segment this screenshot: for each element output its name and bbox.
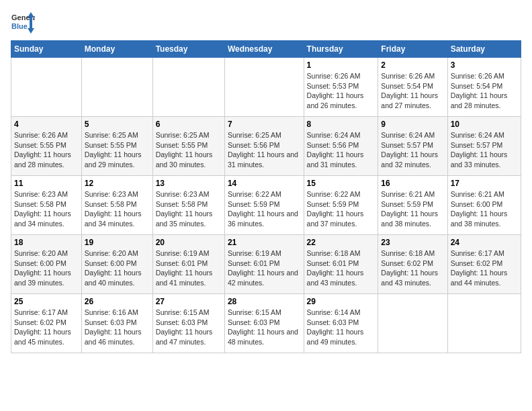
day-info: Daylight: 11 hours and 44 minutes. <box>451 268 518 287</box>
day-info: Sunrise: 6:15 AM <box>156 308 222 318</box>
day-number: 27 <box>156 297 222 306</box>
header-row: SundayMondayTuesdayWednesdayThursdayFrid… <box>11 41 521 58</box>
day-number: 6 <box>156 120 222 129</box>
week-row-2: 4Sunrise: 6:26 AMSunset: 5:55 PMDaylight… <box>11 117 521 176</box>
day-number: 26 <box>85 297 150 306</box>
day-info: Sunset: 5:53 PM <box>307 81 375 91</box>
day-info: Daylight: 11 hours and 42 minutes. <box>228 268 301 287</box>
header-wednesday: Wednesday <box>224 41 304 58</box>
day-info: Daylight: 11 hours and 28 minutes. <box>451 91 518 110</box>
day-info: Sunset: 5:59 PM <box>228 199 301 210</box>
calendar-cell: 11Sunrise: 6:23 AMSunset: 5:58 PMDayligh… <box>11 176 82 235</box>
day-number: 11 <box>14 179 79 188</box>
day-info: Sunset: 6:01 PM <box>156 259 222 269</box>
calendar-cell: 23Sunrise: 6:18 AMSunset: 6:02 PMDayligh… <box>378 235 447 294</box>
day-info: Daylight: 11 hours and 40 minutes. <box>85 268 150 287</box>
day-number: 14 <box>228 179 301 188</box>
calendar-cell: 14Sunrise: 6:22 AMSunset: 5:59 PMDayligh… <box>224 176 304 235</box>
day-info: Daylight: 11 hours and 38 minutes. <box>381 209 444 228</box>
day-info: Sunset: 5:58 PM <box>14 199 79 210</box>
day-info: Sunset: 5:55 PM <box>14 140 79 150</box>
day-info: Sunrise: 6:24 AM <box>381 130 444 140</box>
calendar-cell: 18Sunrise: 6:20 AMSunset: 6:00 PMDayligh… <box>11 235 82 294</box>
header-thursday: Thursday <box>304 41 378 58</box>
day-number: 15 <box>307 179 375 188</box>
day-info: Sunset: 6:00 PM <box>14 259 79 269</box>
logo: General Blue <box>11 11 35 35</box>
calendar-cell <box>378 294 447 353</box>
day-info: Daylight: 11 hours and 31 minutes. <box>307 150 375 169</box>
day-info: Daylight: 11 hours and 26 minutes. <box>307 91 375 110</box>
day-info: Daylight: 11 hours and 28 minutes. <box>14 150 79 169</box>
day-info: Sunrise: 6:20 AM <box>14 248 79 259</box>
calendar-cell: 24Sunrise: 6:17 AMSunset: 6:02 PMDayligh… <box>447 235 521 294</box>
day-info: Sunset: 6:00 PM <box>85 259 150 269</box>
day-info: Daylight: 11 hours and 29 minutes. <box>85 150 150 169</box>
day-number: 21 <box>228 238 301 247</box>
day-info: Sunset: 6:03 PM <box>307 318 375 328</box>
day-info: Sunrise: 6:23 AM <box>14 189 79 199</box>
calendar-cell: 15Sunrise: 6:22 AMSunset: 5:59 PMDayligh… <box>304 176 378 235</box>
day-info: Sunrise: 6:22 AM <box>307 189 375 199</box>
week-row-5: 25Sunrise: 6:17 AMSunset: 6:02 PMDayligh… <box>11 294 521 353</box>
day-info: Sunrise: 6:24 AM <box>451 130 518 140</box>
calendar-cell: 1Sunrise: 6:26 AMSunset: 5:53 PMDaylight… <box>304 58 378 117</box>
calendar-cell: 20Sunrise: 6:19 AMSunset: 6:01 PMDayligh… <box>152 235 224 294</box>
day-info: Sunset: 6:03 PM <box>156 318 222 328</box>
day-info: Sunset: 6:01 PM <box>228 259 301 269</box>
day-info: Sunset: 5:58 PM <box>85 199 150 210</box>
day-info: Daylight: 11 hours and 49 minutes. <box>307 327 375 347</box>
day-info: Sunset: 6:03 PM <box>228 318 301 328</box>
day-info: Sunset: 6:02 PM <box>381 259 444 269</box>
day-info: Daylight: 11 hours and 30 minutes. <box>156 150 222 169</box>
day-info: Daylight: 11 hours and 38 minutes. <box>451 209 518 228</box>
day-number: 28 <box>228 297 301 306</box>
week-row-4: 18Sunrise: 6:20 AMSunset: 6:00 PMDayligh… <box>11 235 521 294</box>
day-info: Sunrise: 6:26 AM <box>451 71 518 81</box>
day-info: Daylight: 11 hours and 35 minutes. <box>156 209 222 228</box>
day-info: Sunset: 5:57 PM <box>381 140 444 150</box>
day-number: 9 <box>381 120 444 129</box>
day-info: Daylight: 11 hours and 43 minutes. <box>307 268 375 287</box>
calendar-cell <box>447 294 521 353</box>
day-number: 24 <box>451 238 518 247</box>
calendar-cell: 3Sunrise: 6:26 AMSunset: 5:54 PMDaylight… <box>447 58 521 117</box>
day-number: 25 <box>14 297 79 306</box>
day-info: Daylight: 11 hours and 31 minutes. <box>228 150 301 169</box>
day-number: 20 <box>156 238 222 247</box>
day-info: Sunrise: 6:17 AM <box>14 308 79 318</box>
calendar-cell: 4Sunrise: 6:26 AMSunset: 5:55 PMDaylight… <box>11 117 82 176</box>
header-saturday: Saturday <box>447 41 521 58</box>
day-info: Sunrise: 6:23 AM <box>85 189 150 199</box>
day-number: 17 <box>451 179 518 188</box>
day-info: Daylight: 11 hours and 34 minutes. <box>85 209 150 228</box>
calendar-table: SundayMondayTuesdayWednesdayThursdayFrid… <box>11 40 521 353</box>
day-info: Daylight: 11 hours and 46 minutes. <box>85 327 150 347</box>
day-info: Sunset: 5:54 PM <box>451 81 518 91</box>
svg-text:Blue: Blue <box>11 22 28 30</box>
day-info: Sunset: 5:54 PM <box>381 81 444 91</box>
day-info: Sunrise: 6:18 AM <box>381 248 444 259</box>
day-info: Sunrise: 6:23 AM <box>156 189 222 199</box>
day-number: 12 <box>85 179 150 188</box>
calendar-cell: 9Sunrise: 6:24 AMSunset: 5:57 PMDaylight… <box>378 117 447 176</box>
day-info: Daylight: 11 hours and 43 minutes. <box>381 268 444 287</box>
day-info: Daylight: 11 hours and 34 minutes. <box>14 209 79 228</box>
day-info: Sunset: 5:57 PM <box>451 140 518 150</box>
calendar-cell: 16Sunrise: 6:21 AMSunset: 5:59 PMDayligh… <box>378 176 447 235</box>
day-info: Sunrise: 6:26 AM <box>14 130 79 140</box>
calendar-cell: 29Sunrise: 6:14 AMSunset: 6:03 PMDayligh… <box>304 294 378 353</box>
day-number: 4 <box>14 120 79 129</box>
day-number: 23 <box>381 238 444 247</box>
day-number: 22 <box>307 238 375 247</box>
header: General Blue <box>11 11 521 35</box>
calendar-cell <box>81 58 152 117</box>
day-info: Sunset: 5:56 PM <box>307 140 375 150</box>
day-info: Sunrise: 6:15 AM <box>228 308 301 318</box>
day-number: 1 <box>307 60 375 70</box>
calendar-cell: 10Sunrise: 6:24 AMSunset: 5:57 PMDayligh… <box>447 117 521 176</box>
day-info: Sunrise: 6:26 AM <box>381 71 444 81</box>
day-info: Sunset: 5:58 PM <box>156 199 222 210</box>
calendar-cell: 22Sunrise: 6:18 AMSunset: 6:01 PMDayligh… <box>304 235 378 294</box>
day-info: Sunrise: 6:26 AM <box>307 71 375 81</box>
